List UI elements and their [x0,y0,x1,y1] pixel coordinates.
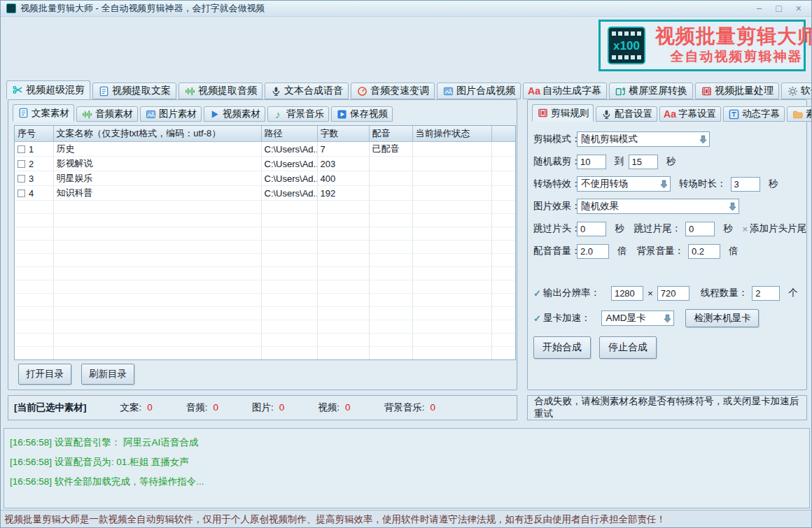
main-tab-orientation-convert[interactable]: 横屏竖屏转换 [609,83,693,99]
table-row[interactable]: 1历史C:\Users\Ad...7已配音 [15,142,516,157]
image-effect-select[interactable]: 随机效果 [577,199,739,214]
table-cell-voice [369,186,412,201]
start-synthesis-button[interactable]: 开始合成 [533,336,591,359]
gpu-select[interactable]: AMD显卡 [601,311,674,326]
main-tab-text-to-speech[interactable]: 文本合成语音 [265,83,349,99]
material-tab-text-material[interactable]: 文案素材 [13,104,74,122]
table-row-empty [15,320,516,334]
stop-synthesis-button[interactable]: 停止合成 [599,336,657,359]
tab-label: 软件参数设置 [801,85,812,97]
row-checkbox[interactable] [18,145,25,153]
tab-label: 保存视频 [350,108,388,120]
table-row[interactable]: 3明星娱乐C:\Users\Ad...400 [15,171,516,186]
table-header-cell: 路径 [261,126,317,142]
resolution-checkbox[interactable]: ✓ 输出分辨率： [533,287,600,299]
bg-volume-label: 背景音量： [637,245,685,257]
dropdown-arrow-icon [657,180,670,189]
material-tab-save-video[interactable]: 保存视频 [331,106,393,122]
main-tab-extract-text[interactable]: 视频提取文案 [92,83,176,99]
main-tab-batch-process[interactable]: 视频批量处理 [695,83,779,99]
rules-tab-dynamic-subtitle[interactable]: 动态字幕 [723,106,785,122]
film-icon [537,108,548,119]
row-checkbox[interactable] [18,175,25,183]
tab-label: 图片素材 [159,108,197,120]
table-cell-path: C:\Users\Ad... [261,157,317,171]
film-sprockets [612,55,641,59]
clip-mode-select[interactable]: 随机剪辑模式 [577,131,710,147]
close-button[interactable]: × [796,3,802,14]
detect-gpu-button[interactable]: 检测本机显卡 [685,309,759,327]
crop-to-input[interactable] [629,155,658,169]
resolution-width-input[interactable] [611,286,643,301]
crop-from-input[interactable] [577,155,606,169]
tab-label: 剪辑规则 [551,107,589,120]
table-cell-words: 400 [317,171,369,186]
resolution-height-input[interactable] [657,286,690,301]
app-logo: x100 视频批量剪辑大师 全自动视频剪辑神器 [598,20,806,71]
table-row-empty [15,254,516,267]
main-tab-settings[interactable]: 软件参数设置 [781,83,812,99]
selected-count-value: 0 [214,402,219,413]
voice-volume-input[interactable] [577,244,609,259]
rules-tab-material-dir[interactable]: 素材目录 [787,106,812,122]
main-tab-auto-subtitle[interactable]: Aa自动生成字幕 [523,83,607,99]
table-cell-name: 历史 [53,142,261,157]
row-checkbox[interactable] [18,190,25,197]
transition-select[interactable]: 不使用转场 [577,176,671,192]
title-bar: 视频批量剪辑大师 - 全自动视频剪辑神器，会打字就会做视频 − □ × [1,1,811,17]
clip-mode-label: 剪辑模式： [533,133,577,145]
table-cell-filler [491,171,516,186]
transition-duration-input[interactable] [731,177,760,192]
material-tab-bg-music[interactable]: ♪背景音乐 [267,106,329,122]
gpu-accel-label: 显卡加速： [543,312,591,324]
scissors-icon [12,85,23,96]
tab-label: 配音设置 [615,108,652,120]
skip-head-label: 跳过片头： [533,222,577,235]
dropdown-arrow-icon [696,135,709,144]
table-row-empty [15,214,516,227]
material-panel: 文案素材音频素材图片素材视频素材♪背景音乐保存视频 序号文案名称（仅支持txt格… [8,99,517,390]
tab-label: 视频批量处理 [715,85,774,97]
logo-title: 视频批量剪辑大师 [655,25,812,48]
table-header-cell [491,126,516,142]
material-tab-bar: 文案素材音频素材图片素材视频素材♪背景音乐保存视频 [13,103,395,122]
random-crop-label: 随机裁剪： [533,155,577,168]
open-directory-button[interactable]: 打开目录 [18,364,71,385]
table-cell-status [412,171,491,186]
add-head-tail-toggle[interactable]: × 添加片头片尾 [733,222,807,235]
material-tab-audio-material[interactable]: 音频素材 [76,106,138,122]
maximize-button[interactable]: □ [776,3,781,14]
tab-label: 素材目录 [806,108,812,120]
main-tab-audio-speed[interactable]: 音频变速变调 [351,83,435,99]
gpu-value: AMD显卡 [602,312,661,324]
skip-head-input[interactable] [577,222,606,236]
material-tab-video-material[interactable]: 视频素材 [204,106,265,122]
bg-volume-input[interactable] [688,244,720,259]
table-cell-no: 2 [15,157,53,171]
material-tab-image-material[interactable]: 图片素材 [140,106,202,122]
table-header-cell: 配音 [369,126,412,142]
add-head-tail-label: 添加片头片尾 [750,222,806,235]
table-row[interactable]: 2影视解说C:\Users\Ad...203 [15,157,516,171]
minimize-button[interactable]: − [756,3,762,14]
table-cell-words: 192 [317,186,369,201]
gpu-accel-checkbox[interactable]: ✓ 显卡加速： [533,312,590,324]
tab-label: 视频素材 [223,108,260,120]
threads-input[interactable] [752,286,780,301]
rules-tab-voice-settings[interactable]: 配音设置 [596,106,657,122]
rules-tab-clip-rules[interactable]: 剪辑规则 [532,104,594,122]
rules-tab-subtitle-settings[interactable]: Aa字幕设置 [659,106,721,122]
main-tab-super-mix[interactable]: 视频超级混剪 [6,80,90,99]
play-icon [209,108,220,120]
refresh-directory-button[interactable]: 刷新目录 [81,364,134,385]
table-cell-filler [491,157,516,171]
main-tab-extract-audio[interactable]: 视频提取音频 [178,83,262,99]
table-cell-no: 3 [15,171,53,186]
tab-label: 视频提取文案 [112,85,171,97]
main-tab-image-to-video[interactable]: 图片合成视频 [437,83,521,99]
table-row[interactable]: 4知识科普C:\Users\Ad...192 [15,186,516,201]
table-cell-voice [369,157,412,171]
selected-count-item: 音频:0 [186,401,218,414]
skip-tail-input[interactable] [685,222,715,236]
row-checkbox[interactable] [18,160,25,168]
